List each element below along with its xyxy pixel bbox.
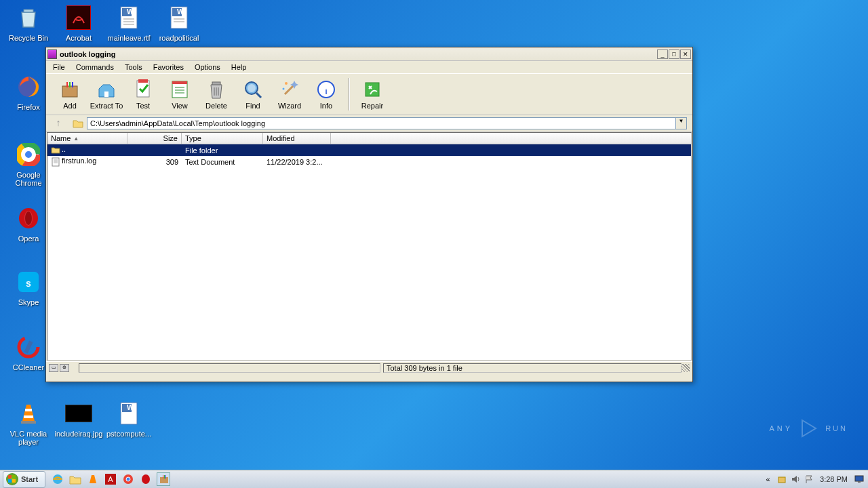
svg-point-50 [248, 84, 256, 92]
taskbar-opera[interactable] [139, 472, 153, 486]
column-size[interactable]: Size [127, 133, 182, 144]
svg-rect-35 [69, 82, 71, 87]
start-button[interactable]: Start [3, 471, 45, 488]
svg-text:A: A [108, 475, 113, 483]
desktop-icon-recycle-bin[interactable]: Recycle Bin [4, 4, 53, 42]
tray-expand-icon[interactable]: « [763, 474, 773, 485]
toolbar-find[interactable]: Find [235, 75, 271, 114]
status-panel-left [79, 363, 380, 373]
svg-rect-29 [21, 421, 36, 424]
toolbar-test[interactable]: Test [125, 75, 161, 114]
menu-commands[interactable]: Commands [71, 62, 119, 73]
tray-monitor-icon[interactable] [854, 474, 864, 485]
file-row[interactable]: firstrun.log 309 Text Document 11/22/201… [47, 156, 691, 167]
resize-grip[interactable] [682, 364, 690, 372]
svg-rect-74 [164, 475, 165, 479]
toolbar-view[interactable]: View [161, 75, 198, 114]
svg-rect-33 [62, 86, 77, 97]
svg-rect-34 [66, 82, 68, 87]
svg-point-71 [142, 474, 150, 484]
winrar-window: outlook logging _ □ ✕ File Commands Tool… [45, 47, 693, 382]
file-row-parent[interactable]: .. File folder [47, 144, 691, 156]
desktop-icon-mainleave[interactable]: Wmainleave.rtf [104, 4, 153, 42]
file-icon [51, 157, 60, 167]
titlebar[interactable]: outlook logging _ □ ✕ [46, 47, 692, 61]
svg-text:i: i [325, 87, 327, 96]
winrar-app-icon [47, 49, 57, 59]
up-button[interactable]: ↑ [52, 117, 65, 129]
toolbar-wizard[interactable]: Wizard [271, 75, 308, 114]
menu-file[interactable]: File [47, 62, 71, 73]
taskbar-chrome[interactable] [121, 472, 135, 486]
svg-rect-45 [212, 82, 220, 85]
svg-text:S: S [26, 280, 31, 288]
svg-rect-62 [8, 475, 12, 479]
column-name[interactable]: Name▲ [47, 133, 127, 144]
toolbar-delete[interactable]: Delete [198, 75, 235, 114]
menubar: File Commands Tools Favorites Options He… [46, 61, 692, 73]
svg-rect-0 [24, 9, 33, 12]
svg-rect-79 [858, 481, 861, 483]
desktop-icon-vlc[interactable]: VLC media player [4, 400, 53, 446]
desktop-icon-roadpolitical[interactable]: Wroadpolitical [155, 4, 203, 42]
path-dropdown[interactable]: ▼ [676, 117, 687, 129]
svg-line-52 [285, 85, 294, 94]
toolbar-add[interactable]: Add [52, 75, 88, 114]
svg-rect-39 [138, 79, 148, 83]
maximize-button[interactable]: □ [669, 49, 679, 59]
desktop-icon-pstcompute[interactable]: Wpstcompute... [104, 400, 153, 438]
svg-rect-41 [172, 81, 187, 84]
tray-security-icon[interactable] [776, 474, 787, 485]
toolbar-extract[interactable]: Extract To [88, 75, 125, 114]
svg-rect-63 [12, 475, 16, 479]
column-type[interactable]: Type [182, 133, 263, 144]
svg-text:W: W [177, 7, 184, 16]
taskbar-acrobat[interactable]: A [104, 472, 117, 486]
column-modified[interactable]: Modified [263, 133, 331, 144]
svg-point-70 [126, 477, 130, 481]
svg-rect-26 [24, 341, 33, 354]
svg-point-54 [283, 88, 285, 90]
taskbar-winrar-running[interactable] [157, 472, 170, 486]
desktop-icon-includeiraq[interactable]: includeiraq.jpg [54, 400, 103, 438]
key-icon[interactable]: ⊕ [60, 364, 69, 372]
svg-rect-78 [855, 476, 863, 481]
statusbar: ▭⊕ Total 309 bytes in 1 file [46, 361, 692, 373]
menu-help[interactable]: Help [226, 62, 252, 73]
sort-asc-icon: ▲ [73, 136, 79, 142]
desktop: Recycle Bin Acrobat Wmainleave.rtf Wroad… [0, 0, 868, 470]
menu-tools[interactable]: Tools [119, 62, 148, 73]
svg-rect-57 [366, 83, 379, 96]
menu-options[interactable]: Options [189, 62, 226, 73]
start-orb-icon [6, 473, 18, 485]
menu-favorites[interactable]: Favorites [148, 62, 189, 73]
svg-rect-38 [137, 81, 149, 97]
toolbar: Add Extract To Test View Delete Find Wiz… [46, 73, 692, 115]
watermark: ANY RUN [770, 418, 848, 439]
svg-rect-37 [104, 92, 108, 97]
svg-line-51 [256, 93, 261, 98]
folder-icon [72, 118, 84, 129]
system-tray: « 3:28 PM [759, 470, 868, 488]
svg-rect-75 [165, 475, 166, 479]
taskbar-vlc[interactable] [86, 472, 100, 486]
file-list-header: Name▲ Size Type Modified [47, 133, 691, 144]
disk-icon[interactable]: ▭ [49, 364, 58, 372]
tray-clock[interactable]: 3:28 PM [817, 475, 850, 483]
toolbar-info[interactable]: iInfo [308, 75, 344, 114]
path-input[interactable] [87, 117, 676, 129]
close-button[interactable]: ✕ [680, 49, 691, 59]
desktop-icon-acrobat[interactable]: Acrobat [54, 4, 103, 42]
svg-rect-64 [8, 479, 12, 483]
taskbar-explorer[interactable] [68, 472, 82, 486]
svg-rect-36 [72, 82, 73, 87]
svg-text:W: W [127, 403, 134, 411]
tray-flag-icon[interactable] [804, 474, 814, 485]
minimize-button[interactable]: _ [657, 49, 668, 59]
toolbar-repair[interactable]: Repair [354, 75, 391, 114]
taskbar-ie[interactable] [51, 472, 64, 486]
tray-volume-icon[interactable] [790, 474, 800, 485]
svg-rect-73 [163, 475, 163, 479]
window-title: outlook logging [60, 50, 656, 58]
svg-rect-27 [25, 409, 32, 411]
